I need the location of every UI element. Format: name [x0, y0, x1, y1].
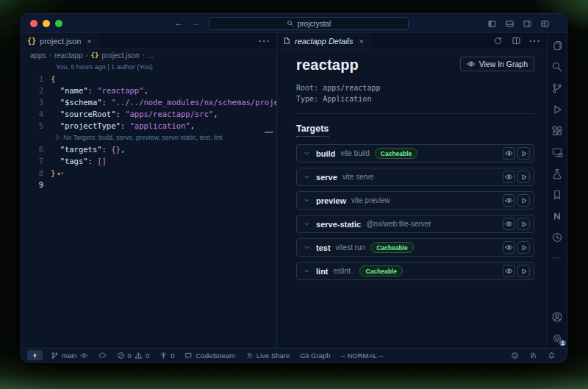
refresh-icon[interactable] [492, 35, 503, 47]
close-window-button[interactable] [30, 20, 37, 27]
statusbar-merge-status[interactable]: 0 [154, 349, 179, 362]
history-icon[interactable] [551, 232, 563, 243]
statusbar-problems[interactable]: 00 [112, 349, 155, 362]
breadcrumb-item-reactapp[interactable]: reactapp [54, 51, 83, 60]
run-debug-icon[interactable] [551, 104, 563, 115]
statusbar-vim-mode[interactable]: -- NORMAL -- [335, 349, 388, 362]
toggle-sidebar-icon[interactable] [486, 18, 498, 29]
show-target-config-button[interactable] [503, 194, 515, 207]
target-row-lint[interactable]: linteslint .Cacheable [296, 262, 534, 280]
sparkle-icon[interactable]: ✦✦ [57, 170, 63, 177]
extensions-icon[interactable] [551, 125, 563, 137]
line-number: 3 [21, 96, 51, 108]
target-row-serve[interactable]: servevite serve [296, 168, 534, 186]
editor-layout-icon[interactable] [539, 18, 551, 29]
target-command: vite preview [351, 196, 390, 204]
split-editor-icon[interactable] [510, 35, 522, 47]
chevron-down-icon[interactable] [303, 173, 311, 181]
maximize-window-button[interactable] [55, 20, 62, 27]
tab-reactapp-details[interactable]: reactapp Details × [277, 33, 370, 49]
navigate-back-icon[interactable]: ← [174, 18, 183, 28]
target-command: eslint . [334, 267, 355, 275]
toggle-secondary-sidebar-icon[interactable] [521, 18, 533, 29]
testing-icon[interactable] [551, 168, 563, 179]
show-target-config-button[interactable] [503, 265, 515, 277]
run-target-button[interactable] [517, 147, 530, 160]
chevron-down-icon[interactable] [303, 267, 311, 275]
toggle-panel-icon[interactable] [503, 18, 515, 29]
more-actions-icon[interactable]: ⋯ [258, 34, 270, 48]
navigate-forward-icon[interactable]: → [192, 18, 201, 28]
remote-explorer-icon[interactable] [551, 146, 563, 158]
settings-icon[interactable]: 1 [551, 332, 563, 344]
statusbar-notifications-bell[interactable] [542, 351, 561, 360]
account-icon[interactable] [551, 311, 563, 323]
statusbar-codestream[interactable]: CodeStream [179, 349, 240, 362]
code-line-1[interactable]: 1{ [21, 73, 276, 85]
code-line-6[interactable]: 6 "targets": {}, [21, 143, 276, 155]
code-line-3[interactable]: 3 "$schema": "../../node_modules/nx/sche… [21, 96, 276, 108]
code-line-4[interactable]: 4 "sourceRoot": "apps/reactapp/src", [21, 108, 276, 120]
command-center-search[interactable]: projcrystal [209, 17, 409, 30]
run-target-button[interactable] [517, 241, 530, 254]
show-target-config-button[interactable] [503, 218, 515, 230]
statusbar-live-share[interactable]: Live Share [240, 349, 295, 362]
code-line-7[interactable]: 7 "tags": [] [21, 155, 276, 167]
breadcrumb-item-projectjson[interactable]: project.json [101, 51, 139, 60]
run-target-button[interactable] [517, 171, 530, 183]
show-target-config-button[interactable] [503, 147, 515, 160]
show-target-config-button[interactable] [503, 171, 515, 183]
codelens[interactable]: You, 6 hours ago | 1 author (You) [21, 61, 276, 73]
project-meta: Root: apps/reactapp Type: Application [296, 82, 534, 104]
bookmarks-icon[interactable] [551, 189, 563, 201]
close-tab-icon[interactable]: × [87, 37, 91, 46]
search-icon[interactable] [551, 61, 563, 73]
chevron-down-icon[interactable] [303, 196, 311, 204]
run-target-button[interactable] [517, 218, 530, 230]
statusbar-remote-indicator[interactable] [27, 350, 43, 360]
statusbar-git-graph[interactable]: Git Graph [295, 349, 335, 362]
gutter [21, 132, 51, 143]
search-icon [287, 20, 294, 27]
file-icon [283, 37, 291, 45]
statusbar-text: 0 [128, 351, 132, 360]
breadcrumb-item-[interactable]: ... [148, 51, 154, 60]
code-line-9[interactable]: 9 [21, 179, 276, 190]
run-target-button[interactable] [517, 194, 530, 207]
line-content: "sourceRoot": "apps/reactapp/src", [51, 108, 218, 120]
files-icon[interactable] [551, 40, 563, 51]
code-line-2[interactable]: 2 "name": "reactapp", [21, 85, 276, 96]
minimize-window-button[interactable] [43, 20, 50, 27]
code-line-8[interactable]: 8}✦✦ [21, 167, 276, 179]
codelens[interactable]: ▷Nx Targets: build, serve, preview, serv… [21, 132, 276, 143]
chevron-down-icon[interactable] [303, 149, 311, 157]
close-tab-icon[interactable]: × [359, 37, 364, 46]
statusbar-gitlens-commit[interactable] [93, 349, 112, 362]
code-line-5[interactable]: 5 "projectType": "application", [21, 120, 276, 132]
more-actions-icon[interactable]: ⋯ [528, 34, 540, 48]
source-control-icon[interactable] [551, 82, 563, 94]
target-row-serve-static[interactable]: serve-static@nx/web:file-server [296, 215, 534, 233]
target-row-test[interactable]: testvitest runCacheable [296, 238, 534, 257]
target-command: @nx/web:file-server [366, 220, 431, 228]
statusbar-feedback-smiley[interactable] [506, 351, 524, 360]
chevron-down-icon[interactable] [303, 243, 311, 251]
additional-views-icon[interactable]: ⋯ [553, 253, 562, 263]
statusbar-library[interactable] [524, 351, 542, 360]
tab-project-json[interactable]: {} project.json × [21, 33, 98, 49]
code-editor[interactable]: You, 6 hours ago | 1 author (You)1{2 "na… [21, 61, 276, 349]
view-in-graph-button[interactable]: View In Graph [460, 57, 534, 71]
gutter [21, 61, 51, 73]
nx-console-icon[interactable] [551, 210, 563, 222]
chevron-down-icon[interactable] [303, 220, 311, 228]
breadcrumb-item-apps[interactable]: apps [30, 51, 46, 60]
breadcrumb-separator: › [143, 51, 145, 59]
run-target-button[interactable] [517, 265, 530, 277]
breadcrumb[interactable]: apps›reactapp›{}project.json›... [21, 49, 276, 61]
target-row-build[interactable]: buildvite buildCacheable [296, 144, 534, 163]
target-command: vite build [340, 149, 369, 157]
show-target-config-button[interactable] [503, 241, 515, 254]
target-command: vite serve [343, 173, 374, 181]
target-row-preview[interactable]: previewvite preview [296, 191, 534, 210]
statusbar-git-branch[interactable]: main [46, 349, 93, 362]
